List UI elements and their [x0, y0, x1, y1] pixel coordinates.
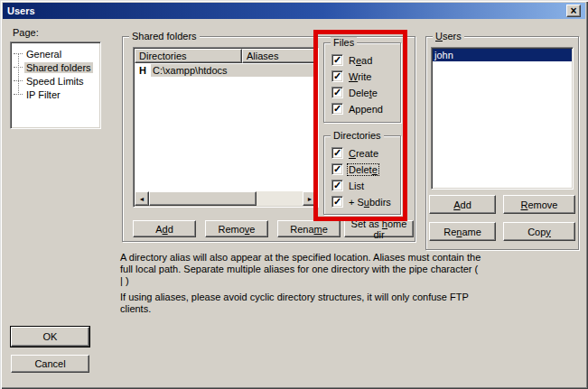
tree-item-speed-limits[interactable]: Speed Limits: [11, 74, 100, 88]
checkbox-box: ✓: [331, 180, 343, 191]
directories-group-label: Directories: [331, 130, 384, 141]
tree-connector: [14, 53, 23, 54]
checkbox-box: ✓: [331, 163, 343, 175]
tree-item-general[interactable]: General: [11, 47, 100, 60]
users-list[interactable]: john: [431, 47, 574, 190]
checkmark-icon: ✓: [333, 72, 341, 80]
ok-button-label: OK: [43, 331, 58, 342]
add-user-button[interactable]: Add: [429, 195, 496, 214]
help-paragraph-cyclic: If using aliases, please avoid cyclic di…: [120, 292, 483, 315]
shared-folder-row[interactable]: H C:\xampp\htdocs: [135, 63, 317, 77]
cancel-button-label: Cancel: [34, 358, 65, 369]
checkbox-box: ✓: [331, 87, 343, 98]
help-text: A directory alias will also appear at th…: [120, 252, 483, 315]
checkbox-label: Write: [348, 71, 372, 82]
users-dialog: Users × Page: General Shared folders Spe…: [0, 0, 588, 389]
scrollbar-track[interactable]: [257, 191, 303, 206]
home-marker: H: [135, 65, 151, 76]
copy-user-button-label: Copy: [527, 227, 551, 237]
tree-item-label: Shared folders: [24, 62, 93, 73]
page-label: Page:: [13, 27, 39, 38]
checkbox-files-append[interactable]: ✓ Append: [331, 103, 384, 115]
checkbox-box: ✓: [331, 147, 343, 159]
checkbox-box: ✓: [331, 54, 343, 66]
window-title: Users: [7, 5, 35, 16]
checkbox-box: ✓: [331, 70, 343, 82]
checkbox-label: Read: [348, 55, 373, 66]
column-header-aliases[interactable]: Aliases: [242, 49, 317, 63]
checkbox-box: ✓: [331, 103, 343, 115]
checkbox-label: Create: [348, 148, 379, 159]
files-group-label: Files: [331, 37, 357, 48]
checkmark-icon: ✓: [333, 181, 341, 190]
checkbox-files-read[interactable]: ✓ Read: [331, 54, 373, 66]
checkmark-icon: ✓: [333, 165, 341, 173]
checkbox-label: Append: [348, 104, 384, 115]
column-header-directories[interactable]: Directories: [135, 49, 242, 63]
cancel-button[interactable]: Cancel: [11, 355, 89, 373]
rename-folder-button[interactable]: Rename: [277, 220, 341, 237]
files-group: Files ✓ Read ✓ Write ✓ Delete ✓ Append: [323, 42, 401, 123]
tree-connector: [14, 67, 23, 68]
checkbox-files-delete[interactable]: ✓ Delete: [331, 87, 378, 98]
checkmark-icon: ✓: [333, 88, 341, 97]
tree-item-shared-folders[interactable]: Shared folders: [11, 60, 100, 74]
titlebar[interactable]: Users ×: [3, 3, 585, 19]
scroll-left-icon: ◄: [139, 196, 145, 202]
checkmark-icon: ✓: [333, 149, 341, 157]
directory-path: C:\xampp\htdocs: [151, 64, 317, 77]
horizontal-scrollbar[interactable]: ◄ ►: [135, 191, 317, 206]
close-button[interactable]: ×: [566, 5, 581, 17]
checkbox-dirs-list[interactable]: ✓ List: [331, 180, 365, 191]
scrollbar-thumb[interactable]: [149, 191, 257, 206]
scroll-left-button[interactable]: ◄: [135, 191, 149, 206]
users-group-label: Users: [433, 31, 464, 42]
add-folder-button[interactable]: Add: [133, 220, 196, 237]
checkmark-icon: ✓: [333, 56, 341, 64]
user-list-item[interactable]: john: [433, 49, 572, 61]
checkbox-files-write[interactable]: ✓ Write: [331, 70, 372, 82]
help-paragraph-aliases: A directory alias will also appear at th…: [120, 252, 483, 287]
tree-item-label: IP Filter: [24, 89, 62, 100]
add-folder-button-label: Add: [155, 224, 173, 235]
checkbox-dirs-delete[interactable]: ✓ Delete: [331, 163, 378, 175]
remove-user-button[interactable]: Remove: [503, 195, 575, 214]
checkmark-icon: ✓: [333, 105, 341, 113]
tree-connector: [14, 80, 23, 81]
checkbox-label: + Subdirs: [348, 197, 392, 208]
tree-item-ip-filter[interactable]: IP Filter: [11, 88, 100, 101]
checkbox-dirs-subdirs[interactable]: ✓ + Subdirs: [331, 196, 392, 208]
remove-folder-button[interactable]: Remove: [205, 220, 268, 237]
shared-folders-group-label: Shared folders: [129, 31, 200, 42]
add-user-button-label: Add: [453, 199, 471, 210]
remove-folder-button-label: Remove: [219, 224, 256, 235]
tree-item-label: Speed Limits: [24, 76, 86, 87]
checkmark-icon: ✓: [333, 198, 341, 206]
checkbox-label: Delete: [348, 164, 378, 175]
tree-connector: [14, 94, 23, 95]
scroll-right-button[interactable]: ►: [303, 191, 317, 206]
tree-item-label: General: [24, 49, 63, 60]
copy-user-button[interactable]: Copy: [503, 222, 575, 241]
checkbox-box: ✓: [331, 196, 343, 208]
set-as-home-dir-button[interactable]: Set as home dir: [344, 220, 414, 237]
close-icon: ×: [570, 6, 576, 15]
shared-folders-list[interactable]: Directories Aliases H C:\xampp\htdocs ◄ …: [133, 47, 319, 208]
page-tree[interactable]: General Shared folders Speed Limits IP F…: [10, 42, 101, 129]
checkbox-label: List: [348, 181, 365, 191]
directories-group: Directories ✓ Create ✓ Delete ✓ List ✓ +…: [323, 135, 401, 215]
scroll-right-icon: ►: [307, 196, 313, 202]
rename-user-button-label: Rename: [443, 227, 481, 237]
ok-button[interactable]: OK: [11, 327, 89, 347]
list-header: Directories Aliases: [135, 49, 317, 63]
remove-user-button-label: Remove: [521, 199, 558, 210]
set-as-home-dir-button-label: Set as home dir: [345, 218, 413, 240]
rename-user-button[interactable]: Rename: [429, 222, 496, 241]
checkbox-dirs-create[interactable]: ✓ Create: [331, 147, 379, 159]
checkbox-label: Delete: [348, 88, 378, 98]
rename-folder-button-label: Rename: [290, 224, 328, 235]
